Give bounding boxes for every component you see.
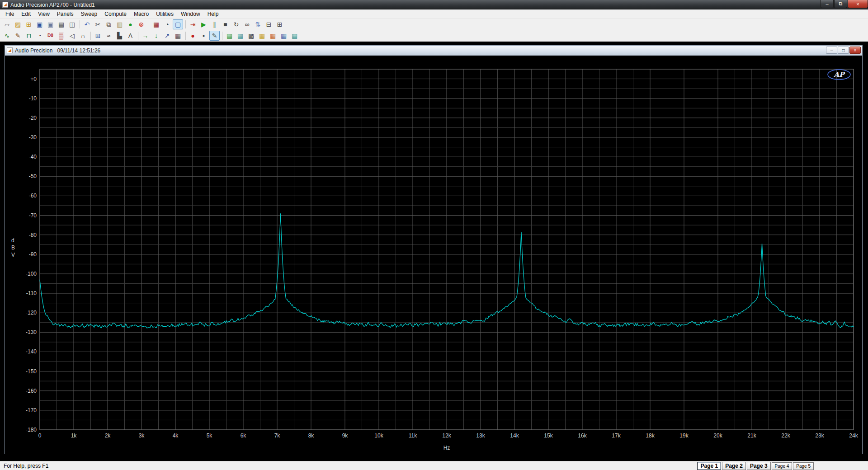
y-tick-label: -160	[26, 388, 37, 394]
y-tick-label: -100	[26, 271, 37, 277]
data-editor-panel-icon[interactable]: ▦	[173, 31, 183, 41]
child-maximize-button[interactable]: □	[838, 47, 849, 54]
menu-item-panels[interactable]: Panels	[53, 9, 77, 19]
window-arrange-icon[interactable]: ⊟	[264, 19, 274, 29]
restore-button[interactable]: ⧉	[834, 0, 847, 8]
menu-item-window[interactable]: Window	[177, 9, 204, 19]
window-new-icon[interactable]: ⊞	[274, 19, 285, 29]
sweep-table-3-icon[interactable]: ▩	[246, 31, 256, 41]
settling-panel-icon[interactable]: ≈	[104, 31, 114, 41]
import-data-icon[interactable]: ↓	[151, 31, 161, 41]
save-test-icon[interactable]: ▣	[34, 19, 45, 29]
copy-icon[interactable]: ⧉	[104, 19, 114, 29]
undo-icon[interactable]: ↶	[82, 19, 92, 29]
child-close-button[interactable]: ×	[849, 47, 861, 54]
headphone-panel-icon[interactable]: ∩	[78, 31, 88, 41]
sweep-start-icon[interactable]: ▶	[198, 19, 209, 29]
menu-item-edit[interactable]: Edit	[18, 9, 34, 19]
minimize-button[interactable]: –	[821, 0, 834, 8]
menu-item-macro[interactable]: Macro	[130, 9, 152, 19]
status-bits-panel-icon[interactable]: ▒	[56, 31, 66, 41]
sweep-pause-icon[interactable]: ∥	[209, 19, 220, 29]
page-tab-5[interactable]: Page 5	[793, 462, 814, 470]
page-tab-4[interactable]: Page 4	[772, 462, 793, 470]
page-tab-2[interactable]: Page 2	[722, 462, 746, 470]
fft-panel-icon-glyph: Λ	[128, 33, 132, 39]
sweep-table-4-icon[interactable]: ▦	[257, 31, 267, 41]
x-tick-label: 8k	[308, 432, 315, 439]
page-tab-3[interactable]: Page 3	[747, 462, 771, 470]
y-tick-label: -150	[26, 368, 37, 375]
graph-window: ◢ Audio Precision 09/11/14 12:51:26 – □ …	[5, 45, 863, 454]
cut-icon[interactable]: ✂	[93, 19, 103, 29]
sweep-table-5-icon-glyph: ▦	[270, 33, 276, 39]
fft-panel-icon[interactable]: Λ	[125, 31, 136, 41]
macro-edit-icon[interactable]: ✎	[209, 31, 220, 41]
y-tick-label: -140	[26, 348, 37, 355]
menu-item-help[interactable]: Help	[204, 9, 222, 19]
graph-panel-icon[interactable]: ↗	[162, 31, 172, 41]
digital-analyzer-panel-icon[interactable]: ◔	[34, 31, 45, 41]
monitor-window-icon[interactable]: ▢	[173, 19, 183, 29]
sweep-panel-icon[interactable]: ⊞	[93, 31, 103, 41]
graph-window-title-bar[interactable]: ◢ Audio Precision 09/11/14 12:51:26 – □ …	[5, 46, 862, 56]
append-test-icon[interactable]: ⊞	[24, 19, 34, 29]
macro-record-icon[interactable]: ●	[188, 31, 198, 41]
cancel-abort-icon-glyph: ⊗	[139, 21, 144, 28]
x-tick-label: 2k	[105, 432, 111, 439]
append-data-icon[interactable]: ⇥	[188, 19, 198, 29]
find-icon-glyph: ∞	[245, 21, 250, 28]
toolbar-separator	[149, 20, 149, 28]
sweep-repeat-icon[interactable]: ↻	[231, 19, 241, 29]
graph-area: 01k2k3k4k5k6k7k8k9k10k11k12k13k14k15k16k…	[5, 56, 862, 454]
find-icon[interactable]: ∞	[242, 19, 252, 29]
close-button[interactable]: ×	[848, 0, 868, 8]
x-tick-label: 12k	[442, 432, 451, 439]
paste-icon[interactable]: ▥	[114, 19, 125, 29]
analog-generator-panel-icon[interactable]: ∿	[2, 31, 12, 41]
print-preview-icon[interactable]: ◫	[67, 19, 77, 29]
menu-item-sweep[interactable]: Sweep	[77, 9, 101, 19]
x-tick-label: 24k	[849, 432, 858, 439]
menu-item-utilities[interactable]: Utilities	[152, 9, 177, 19]
speaker-monitor-panel-icon-glyph: ◁	[70, 33, 75, 39]
menu-item-compute[interactable]: Compute	[101, 9, 130, 19]
cancel-abort-icon[interactable]: ⊗	[136, 19, 146, 29]
status-text: For Help, press F1	[4, 463, 48, 469]
speaker-monitor-panel-icon[interactable]: ◁	[67, 31, 77, 41]
sweep-table-6-icon-glyph: ▦	[281, 33, 287, 39]
sweep-table-2-icon[interactable]: ▦	[235, 31, 245, 41]
goto-cursor-icon[interactable]: ⇅	[253, 19, 263, 29]
analog-analyzer-panel-icon[interactable]: ✎	[13, 31, 23, 41]
bargraph-panel-icon[interactable]: ▙	[114, 31, 125, 41]
zoom-panel-icon[interactable]: ◔	[162, 19, 172, 29]
sweep-stop-icon[interactable]: ■	[220, 19, 231, 29]
menu-item-file[interactable]: File	[2, 9, 18, 19]
ok-go-icon-glyph: ●	[128, 21, 132, 28]
child-minimize-button[interactable]: –	[826, 47, 837, 54]
ok-go-icon[interactable]: ●	[125, 19, 136, 29]
y-axis-title-letter: d	[11, 237, 14, 244]
save-as-icon[interactable]: ▣	[45, 19, 56, 29]
page-tab-1[interactable]: Page 1	[697, 462, 721, 470]
x-tick-label: 22k	[781, 432, 790, 439]
open-test-icon[interactable]: ▨	[13, 19, 23, 29]
undo-icon-glyph: ↶	[85, 21, 90, 28]
sweep-table-6-icon[interactable]: ▦	[278, 31, 289, 41]
open-panel-icon[interactable]: ▦	[151, 19, 161, 29]
toolbar-separator	[185, 20, 186, 28]
analog-analyzer-panel-icon-glyph: ✎	[15, 33, 21, 39]
sweep-table-7-icon[interactable]: ▦	[289, 31, 300, 41]
digital-generator-panel-icon[interactable]: ⊓	[24, 31, 34, 41]
macro-pause-icon[interactable]: ▪	[198, 31, 209, 41]
toolbar-separator	[80, 20, 80, 28]
digital-io-panel-icon[interactable]: D0	[45, 31, 56, 41]
new-test-icon[interactable]: ▱	[2, 19, 12, 29]
new-test-icon-glyph: ▱	[5, 21, 9, 28]
sweep-table-5-icon[interactable]: ▦	[268, 31, 278, 41]
sweep-table-1-icon[interactable]: ▦	[224, 31, 235, 41]
axis-labels: 01k2k3k4k5k6k7k8k9k10k11k12k13k14k15k16k…	[11, 76, 859, 451]
print-icon[interactable]: ▤	[56, 19, 66, 29]
menu-item-view[interactable]: View	[34, 9, 53, 19]
transfer-data-icon[interactable]: →	[140, 31, 151, 41]
